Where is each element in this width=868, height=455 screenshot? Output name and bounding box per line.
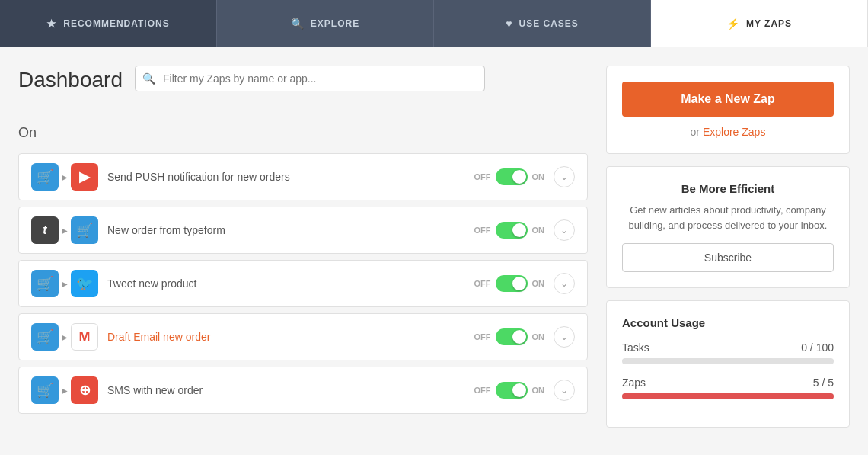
- zap-item[interactable]: 🛒 ▶ 🐦 Tweet new product OFF ON ⌄: [18, 260, 588, 307]
- efficient-title: Be More Efficient: [622, 182, 834, 195]
- zap-icons: 🛒 ▶ ▶: [31, 163, 98, 191]
- toggle-on-label: ON: [532, 172, 545, 181]
- zaps-value: 5 / 5: [813, 376, 834, 389]
- arrow-icon: ▶: [62, 386, 68, 395]
- zap-name: New order from typeform: [107, 224, 465, 236]
- zap-item[interactable]: 🛒 ▶ ▶ Send PUSH notification for new ord…: [18, 153, 588, 200]
- explore-zaps-link[interactable]: Explore Zaps: [703, 126, 765, 138]
- zap-name: Tweet new product: [107, 277, 465, 290]
- toggle-on-label: ON: [532, 332, 545, 341]
- tasks-label: Tasks: [622, 341, 649, 354]
- search-icon: 🔍: [142, 72, 155, 85]
- nav-icon-use-cases: ♥: [506, 18, 512, 30]
- explore-zaps-row: or Explore Zaps: [622, 126, 834, 138]
- chevron-down-icon[interactable]: ⌄: [554, 273, 575, 294]
- app-icon-trigger: 🛒: [31, 270, 59, 297]
- zap-item[interactable]: 🛒 ▶ M Draft Email new order OFF ON ⌄: [18, 313, 588, 360]
- app-icon-trigger: 🛒: [31, 163, 59, 191]
- toggle-switch[interactable]: [496, 275, 528, 292]
- sidebar: Make a New Zap or Explore Zaps Be More E…: [606, 66, 850, 428]
- nav-icon-recommendations: ★: [46, 18, 57, 30]
- toggle-on-label: ON: [532, 226, 545, 235]
- app-icon-trigger: t: [31, 216, 59, 244]
- nav-icon-my-zaps: ⚡: [726, 18, 740, 30]
- arrow-icon: ▶: [62, 226, 68, 235]
- zap-name: Draft Email new order: [107, 331, 465, 343]
- zaps-row: Zaps 5 / 5: [622, 376, 834, 389]
- nav-icon-explore: 🔍: [291, 18, 305, 30]
- search-bar: 🔍: [135, 66, 485, 91]
- chevron-down-icon[interactable]: ⌄: [554, 166, 575, 187]
- zaps-progress-fill: [622, 393, 834, 399]
- nav-item-recommendations[interactable]: ★RECOMMENDATIONS: [0, 0, 217, 47]
- toggle-off-label: OFF: [474, 386, 491, 395]
- app-icon-trigger: 🛒: [31, 323, 59, 351]
- app-icon-action: ▶: [71, 163, 98, 191]
- arrow-icon: ▶: [62, 280, 68, 288]
- toggle-area: OFF ON ⌄: [474, 166, 576, 187]
- zap-name: Send PUSH notification for new orders: [107, 171, 465, 183]
- toggle-switch[interactable]: [496, 328, 528, 345]
- app-icon-action: M: [71, 323, 98, 351]
- app-icon-action: 🐦: [71, 270, 98, 297]
- toggle-switch[interactable]: [496, 382, 528, 399]
- section-on-title: On: [18, 125, 588, 141]
- main-content: Dashboard 🔍 On 🛒 ▶ ▶ Send PUSH notificat…: [18, 66, 588, 428]
- toggle-off-label: OFF: [474, 172, 491, 181]
- zap-name: SMS with new order: [107, 384, 465, 396]
- chevron-down-icon[interactable]: ⌄: [554, 326, 575, 348]
- search-input[interactable]: [135, 66, 485, 91]
- nav-label-my-zaps: MY ZAPS: [746, 18, 792, 29]
- zap-icons: 🛒 ▶ 🐦: [31, 270, 98, 297]
- tasks-progress-bar: [622, 358, 834, 364]
- toggle-on-label: ON: [532, 386, 545, 395]
- nav-item-use-cases[interactable]: ♥USE CASES: [434, 0, 651, 47]
- chevron-down-icon[interactable]: ⌄: [554, 219, 575, 241]
- page-title: Dashboard: [18, 68, 123, 92]
- app-icon-action: 🛒: [71, 216, 98, 244]
- toggle-area: OFF ON ⌄: [474, 326, 576, 348]
- zap-item[interactable]: 🛒 ▶ ⊕ SMS with new order OFF ON ⌄: [18, 367, 588, 414]
- zaps-label: Zaps: [622, 376, 646, 389]
- or-text: or: [691, 126, 700, 138]
- toggle-off-label: OFF: [474, 279, 491, 288]
- account-usage-card: Account Usage Tasks 0 / 100 Zaps 5 / 5: [606, 300, 850, 428]
- tasks-row: Tasks 0 / 100: [622, 341, 834, 354]
- cta-card: Make a New Zap or Explore Zaps: [606, 66, 850, 154]
- toggle-area: OFF ON ⌄: [474, 219, 576, 241]
- chevron-down-icon[interactable]: ⌄: [554, 380, 575, 401]
- tasks-value: 0 / 100: [801, 341, 834, 354]
- toggle-off-label: OFF: [474, 332, 491, 341]
- efficient-text: Get new articles about productivity, com…: [622, 203, 834, 232]
- efficient-card: Be More Efficient Get new articles about…: [606, 166, 850, 288]
- zap-icons: 🛒 ▶ ⊕: [31, 376, 98, 404]
- toggle-switch[interactable]: [496, 222, 528, 239]
- nav-item-my-zaps[interactable]: ⚡MY ZAPS: [651, 0, 868, 47]
- nav-label-use-cases: USE CASES: [519, 18, 578, 29]
- zap-list: 🛒 ▶ ▶ Send PUSH notification for new ord…: [18, 153, 588, 414]
- zap-icons: 🛒 ▶ M: [31, 323, 98, 351]
- usage-title: Account Usage: [622, 316, 834, 329]
- subscribe-button[interactable]: Subscribe: [622, 243, 834, 272]
- app-icon-trigger: 🛒: [31, 376, 59, 404]
- toggle-off-label: OFF: [474, 226, 491, 235]
- arrow-icon: ▶: [62, 173, 68, 181]
- nav-item-explore[interactable]: 🔍EXPLORE: [217, 0, 434, 47]
- arrow-icon: ▶: [62, 333, 68, 341]
- toggle-area: OFF ON ⌄: [474, 273, 576, 294]
- main-nav: ★RECOMMENDATIONS🔍EXPLORE♥USE CASES⚡MY ZA…: [0, 0, 868, 47]
- app-icon-action: ⊕: [71, 376, 98, 404]
- toggle-switch[interactable]: [496, 168, 528, 185]
- zap-item[interactable]: t ▶ 🛒 New order from typeform OFF ON ⌄: [18, 207, 588, 254]
- toggle-on-label: ON: [532, 279, 545, 288]
- toggle-area: OFF ON ⌄: [474, 380, 576, 401]
- zap-icons: t ▶ 🛒: [31, 216, 98, 244]
- nav-label-recommendations: RECOMMENDATIONS: [63, 18, 169, 29]
- nav-label-explore: EXPLORE: [311, 18, 359, 29]
- zaps-progress-bar: [622, 393, 834, 399]
- make-new-zap-button[interactable]: Make a New Zap: [622, 82, 834, 117]
